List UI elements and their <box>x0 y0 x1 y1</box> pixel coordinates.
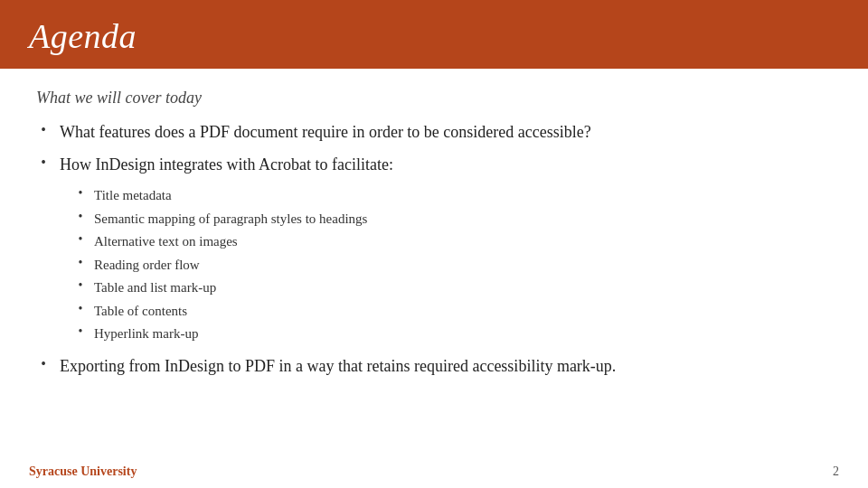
sub-bullet-text-5: Table of contents <box>94 301 187 322</box>
page-number: 2 <box>833 465 839 479</box>
sub-bullet-item-5: • Table of contents <box>74 301 832 322</box>
slide: Agenda What we will cover today • What f… <box>0 0 868 488</box>
slide-title: Agenda <box>29 16 137 56</box>
logo-text-normal: Syracuse <box>29 465 78 478</box>
sub-bullet-item-1: • Semantic mapping of paragraph styles t… <box>74 209 832 230</box>
sub-bullet-item-0: • Title metadata <box>74 185 832 206</box>
slide-content: What we will cover today • What features… <box>0 69 868 457</box>
bullet-item-2: • How InDesign integrates with Acrobat t… <box>36 153 832 176</box>
sub-bullet-text-0: Title metadata <box>94 185 172 206</box>
bullet-text-3: Exporting from InDesign to PDF in a way … <box>60 354 616 378</box>
bullet-item-1: • What features does a PDF document requ… <box>36 120 832 144</box>
sub-bullet-text-3: Reading order flow <box>94 255 200 276</box>
sub-bullets-list: • Title metadata • Semantic mapping of p… <box>74 185 832 347</box>
sub-bullet-dot-6: • <box>74 324 87 339</box>
logo-text-bold: University <box>78 465 137 478</box>
sub-bullet-text-2: Alternative text on images <box>94 231 238 252</box>
slide-footer: Syracuse University 2 <box>0 457 868 488</box>
bullet-item-3: • Exporting from InDesign to PDF in a wa… <box>36 354 832 378</box>
university-logo: Syracuse University <box>29 465 137 479</box>
sub-bullet-dot-1: • <box>74 210 87 224</box>
bullet-dot-2: • <box>36 155 51 171</box>
sub-bullet-dot-3: • <box>74 256 87 270</box>
sub-bullet-item-4: • Table and list mark-up <box>74 277 832 298</box>
sub-bullet-dot-4: • <box>74 278 87 293</box>
bullet-dot-1: • <box>36 122 51 138</box>
bullet-dot-3: • <box>36 356 51 372</box>
bullet-text-2: How InDesign integrates with Acrobat to … <box>60 153 393 176</box>
sub-bullet-item-6: • Hyperlink mark-up <box>74 324 832 344</box>
sub-bullet-text-6: Hyperlink mark-up <box>94 324 198 344</box>
sub-bullet-item-2: • Alternative text on images <box>74 231 832 252</box>
sub-bullet-dot-2: • <box>74 232 87 247</box>
sub-bullet-dot-0: • <box>74 186 87 201</box>
sub-bullet-item-3: • Reading order flow <box>74 255 832 276</box>
sub-bullet-text-1: Semantic mapping of paragraph styles to … <box>94 209 367 230</box>
slide-subtitle: What we will cover today <box>36 89 832 108</box>
slide-header: Agenda <box>0 0 868 69</box>
sub-bullet-dot-5: • <box>74 302 87 316</box>
bullet-text-1: What features does a PDF document requir… <box>60 120 591 144</box>
sub-bullet-text-4: Table and list mark-up <box>94 277 216 298</box>
